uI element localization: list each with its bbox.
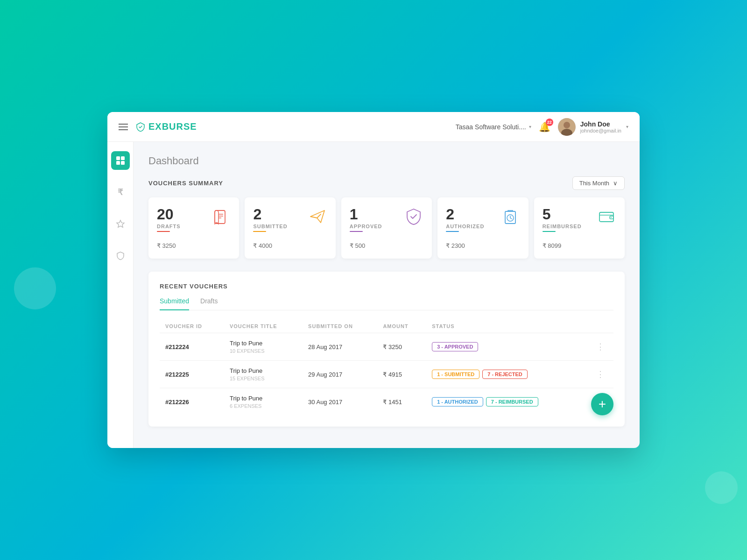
table-row: #212226 Trip to Pune 6 EXPENSES 30 Aug 2… <box>160 388 613 416</box>
content: Dashboard VOUCHERS SUMMARY This Month ∨ … <box>134 142 640 448</box>
tab-submitted[interactable]: Submitted <box>160 297 189 310</box>
card-amount: ₹ 3250 <box>157 242 231 249</box>
sidebar-item-dashboard[interactable] <box>111 151 130 170</box>
amount: ₹ 4915 <box>377 361 426 388</box>
card-underline <box>446 231 459 232</box>
voucher-title-cell: Trip to Pune 6 EXPENSES <box>224 388 303 416</box>
col-header-voucher-id: VOUCHER ID <box>160 320 224 333</box>
add-voucher-button[interactable]: + <box>591 393 613 415</box>
card-underline <box>350 231 363 232</box>
card-top: 20 DRAFTS <box>157 207 231 232</box>
card-underline <box>157 231 170 232</box>
card-label: APPROVED <box>350 224 382 229</box>
card-label: AUTHORIZED <box>446 224 484 229</box>
user-chevron-icon: ▾ <box>626 124 628 129</box>
summary-cards: 20 DRAFTS ₹ 3250 2 SUBMITTED ₹ 4000 <box>148 197 625 259</box>
card-info: 2 AUTHORIZED <box>446 207 484 232</box>
notification-button[interactable]: 🔔 22 <box>539 121 550 133</box>
status-cell: 1 - SUBMITTED7 - REJECTED <box>426 361 587 388</box>
voucher-title: Trip to Pune <box>230 367 297 374</box>
status-cell: 1 - AUTHORIZED7 - REIMBURSED <box>426 388 587 416</box>
card-amount: ₹ 500 <box>350 242 423 249</box>
table-row: #212225 Trip to Pune 15 EXPENSES 29 Aug … <box>160 361 613 388</box>
card-info: 1 APPROVED <box>350 207 382 232</box>
avatar <box>558 118 576 136</box>
header-left: EXBURSE <box>119 121 197 132</box>
card-info: 20 DRAFTS <box>157 207 181 232</box>
sidebar-item-shield[interactable] <box>111 246 130 265</box>
table-row: #212224 Trip to Pune 10 EXPENSES 28 Aug … <box>160 333 613 361</box>
sidebar-item-rupee[interactable]: ₹ <box>111 183 130 202</box>
summary-card-approved: 1 APPROVED ₹ 500 <box>341 197 432 259</box>
logo-shield-icon <box>135 122 146 132</box>
submitted-on: 29 Aug 2017 <box>303 361 377 388</box>
voucher-id: #212226 <box>160 388 224 416</box>
recent-vouchers-title: RECENT VOUCHERS <box>160 283 613 290</box>
col-header-status: STATUS <box>426 320 587 333</box>
card-label: REIMBURSED <box>543 224 582 229</box>
svg-rect-13 <box>599 212 613 222</box>
summary-card-reimbursed: 5 REIMBURSED ₹ 8099 <box>534 197 625 259</box>
card-number: 5 <box>543 207 582 222</box>
card-top: 5 REIMBURSED <box>543 207 616 232</box>
logo: EXBURSE <box>135 121 197 132</box>
user-info[interactable]: John Doe johndoe@gmail.in ▾ <box>558 118 628 136</box>
company-selector[interactable]: Tasaa Software Soluti.... ▾ <box>456 123 531 131</box>
card-info: 5 REIMBURSED <box>543 207 582 232</box>
app-window: EXBURSE Tasaa Software Soluti.... ▾ 🔔 22 <box>107 112 640 448</box>
card-amount: ₹ 2300 <box>446 242 520 249</box>
hamburger-icon[interactable] <box>119 124 128 130</box>
card-top: 2 SUBMITTED <box>253 207 327 232</box>
voucher-title: Trip to Pune <box>230 395 297 402</box>
user-details: John Doe johndoe@gmail.in <box>580 120 621 133</box>
notification-badge: 22 <box>546 119 553 126</box>
summary-card-authorized: 2 AUTHORIZED ₹ 2300 <box>437 197 528 259</box>
sidebar-item-star[interactable] <box>111 215 130 233</box>
header-right: Tasaa Software Soluti.... ▾ 🔔 22 John Do… <box>456 118 628 136</box>
company-chevron-icon: ▾ <box>529 124 531 129</box>
submitted-on: 28 Aug 2017 <box>303 333 377 361</box>
card-info: 2 SUBMITTED <box>253 207 287 232</box>
voucher-subtitle: 6 EXPENSES <box>230 403 297 409</box>
svg-rect-7 <box>215 210 225 224</box>
card-icon <box>404 207 423 230</box>
more-icon[interactable]: ⋮ <box>593 369 608 379</box>
status-badge: 7 - REJECTED <box>482 370 528 379</box>
tab-drafts[interactable]: Drafts <box>200 297 218 310</box>
vouchers-summary-header: VOUCHERS SUMMARY This Month ∨ <box>148 176 625 190</box>
main-layout: ₹ Dashboard VOUCHERS SUMMARY This Month <box>107 142 640 448</box>
card-number: 2 <box>446 207 484 222</box>
svg-rect-3 <box>116 156 120 160</box>
voucher-table: VOUCHER IDVOUCHER TITLESUBMITTED ONAMOUN… <box>160 320 613 415</box>
status-badge: 7 - REIMBURSED <box>486 397 538 406</box>
status-cell: 3 - APPROVED <box>426 333 587 361</box>
status-badge: 1 - SUBMITTED <box>432 370 479 379</box>
more-actions[interactable]: ⋮ <box>587 361 613 388</box>
status-badge: 3 - APPROVED <box>432 342 478 351</box>
vouchers-summary-title: VOUCHERS SUMMARY <box>148 180 223 187</box>
summary-card-submitted: 2 SUBMITTED ₹ 4000 <box>245 197 335 259</box>
card-top: 2 AUTHORIZED <box>446 207 520 232</box>
more-icon[interactable]: ⋮ <box>593 342 608 352</box>
status-badge: 1 - AUTHORIZED <box>432 397 483 406</box>
voucher-id: #212225 <box>160 361 224 388</box>
filter-dropdown[interactable]: This Month ∨ <box>572 176 625 190</box>
card-amount: ₹ 4000 <box>253 242 327 249</box>
page-title: Dashboard <box>148 155 625 167</box>
amount: ₹ 3250 <box>377 333 426 361</box>
card-top: 1 APPROVED <box>350 207 423 232</box>
card-underline <box>543 231 556 232</box>
col-header-submitted-on: SUBMITTED ON <box>303 320 377 333</box>
col-header-voucher-title: VOUCHER TITLE <box>224 320 303 333</box>
card-label: DRAFTS <box>157 224 181 229</box>
card-icon <box>211 207 231 230</box>
voucher-subtitle: 15 EXPENSES <box>230 376 297 381</box>
card-label: SUBMITTED <box>253 224 287 229</box>
voucher-tabs: SubmittedDrafts <box>160 297 613 310</box>
card-number: 20 <box>157 207 181 222</box>
voucher-title-cell: Trip to Pune 10 EXPENSES <box>224 333 303 361</box>
more-actions[interactable]: ⋮ <box>587 333 613 361</box>
card-icon <box>500 207 520 230</box>
svg-point-15 <box>611 217 612 218</box>
card-amount: ₹ 8099 <box>543 242 616 249</box>
